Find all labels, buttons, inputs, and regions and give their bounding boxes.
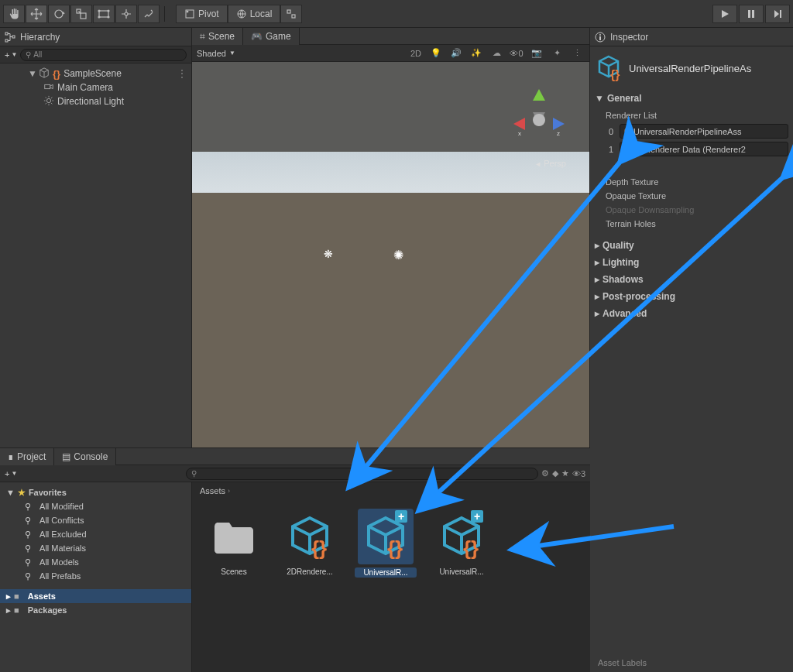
fx-toggle[interactable]: ✨ xyxy=(469,48,484,58)
hierarchy-item-label: Main Camera xyxy=(57,82,113,93)
camera-icon xyxy=(43,81,54,94)
transform-tool-button[interactable] xyxy=(115,5,137,23)
svg-rect-14 xyxy=(748,10,750,18)
section-general[interactable]: ▼General xyxy=(595,90,788,107)
favorite-item[interactable]: ⚲ All Models xyxy=(0,555,191,569)
gizmos-dropdown[interactable]: ✦ xyxy=(549,48,565,58)
light-icon xyxy=(43,95,54,108)
svg-rect-16 xyxy=(780,10,781,18)
renderer-list-item[interactable]: 0 ⚙UniversalRenderPipelineAss xyxy=(606,122,788,140)
hierarchy-item[interactable]: Main Camera xyxy=(0,81,191,94)
asset-label: 2DRendere... xyxy=(279,567,341,576)
hidden-count[interactable]: 👁0 xyxy=(509,49,524,58)
persp-label[interactable]: ◄ Persp xyxy=(534,159,566,168)
depth-texture-label[interactable]: Depth Texture xyxy=(606,175,788,189)
mode-2d-toggle[interactable]: 2D xyxy=(408,49,424,58)
console-tab[interactable]: ▤Console xyxy=(54,448,116,465)
renderer-index: 1 xyxy=(606,145,616,154)
svg-point-7 xyxy=(108,16,109,18)
snap-button[interactable] xyxy=(280,5,302,23)
project-toolbar: +▼ ⚲ ⚙ ◆ ★ 👁3 xyxy=(0,465,590,482)
favorite-item[interactable]: ⚲ All Conflicts xyxy=(0,513,191,527)
svg-text:z: z xyxy=(557,130,560,137)
section-lighting[interactable]: ▸Lighting xyxy=(595,254,788,271)
scene-gizmo[interactable]: x z xyxy=(504,85,574,155)
svg-point-26 xyxy=(533,114,545,126)
assets-root[interactable]: ▸■ Assets xyxy=(0,589,191,603)
console-icon: ▤ xyxy=(62,451,70,462)
folder-icon: ■ xyxy=(14,605,19,615)
rotate-tool-button[interactable] xyxy=(48,5,70,23)
lighting-toggle[interactable]: 💡 xyxy=(428,48,444,58)
favorite-item[interactable]: ⚲ All Modified xyxy=(0,499,191,513)
game-tab[interactable]: 🎮Game xyxy=(243,28,300,45)
pivot-button[interactable]: Pivot xyxy=(176,5,228,23)
search-icon: ⚲ xyxy=(25,502,31,512)
svg-point-6 xyxy=(98,16,100,18)
rect-tool-button[interactable] xyxy=(93,5,115,23)
favorite-item[interactable]: ⚲ All Excluded xyxy=(0,527,191,541)
favorite-item[interactable]: ⚲ All Materials xyxy=(0,541,191,555)
object-ref-icon: ⚙ xyxy=(623,126,631,136)
scale-tool-button[interactable] xyxy=(70,5,92,23)
section-advanced[interactable]: ▸Advanced xyxy=(595,305,788,322)
asset-pipeline-asset[interactable]: {} + UniversalR... xyxy=(431,509,493,576)
asset-labels-heading: Asset Labels xyxy=(598,658,647,667)
svg-rect-3 xyxy=(99,11,108,17)
pivot-label: Pivot xyxy=(198,9,219,19)
foldout-icon: ▸ xyxy=(6,591,11,602)
breadcrumb[interactable]: Assets › xyxy=(192,482,590,499)
pivot-local-group: Pivot Local xyxy=(176,5,302,23)
hidden-packages[interactable]: 👁3 xyxy=(572,469,585,478)
star-icon: ★ xyxy=(18,488,26,498)
opaque-texture-label[interactable]: Opaque Texture xyxy=(606,189,788,203)
pause-button[interactable] xyxy=(739,5,764,23)
svg-marker-22 xyxy=(533,89,545,101)
section-post-processing[interactable]: ▸Post-processing xyxy=(595,288,788,305)
filter-by-type[interactable]: ⚙ xyxy=(541,468,549,478)
play-controls xyxy=(712,5,790,23)
skybox-toggle[interactable]: ☁ xyxy=(489,48,504,58)
transform-tools xyxy=(3,3,160,25)
assets-panel: Assets › Scenes {} 2DRendere... {} + xyxy=(192,482,590,672)
hierarchy-item-menu[interactable]: ⋮ xyxy=(177,68,187,79)
hierarchy-scene-row[interactable]: ▼ {} SampleScene ⋮ xyxy=(0,67,191,81)
search-icon: ⚲ xyxy=(26,50,31,59)
asset-pipeline-asset[interactable]: {} + UniversalR... xyxy=(355,509,417,578)
local-button[interactable]: Local xyxy=(228,5,281,23)
hand-tool-button[interactable] xyxy=(3,5,25,23)
favorites-header[interactable]: ▼★Favorites xyxy=(0,485,191,499)
plus-badge-icon: + xyxy=(395,510,407,523)
renderer-ref-name: UniversalRenderPipelineAss xyxy=(633,127,741,136)
scene-grid-icon: ⌗ xyxy=(200,31,205,42)
hierarchy-search[interactable]: ⚲ All xyxy=(20,49,187,61)
svg-marker-25 xyxy=(553,118,565,130)
packages-root[interactable]: ▸■ Packages xyxy=(0,603,191,617)
asset-renderer-data[interactable]: {} 2DRendere... xyxy=(279,509,341,576)
play-button[interactable] xyxy=(712,5,737,23)
section-shadows[interactable]: ▸Shadows xyxy=(595,271,788,288)
hierarchy-item[interactable]: Directional Light xyxy=(0,94,191,108)
save-search[interactable]: ★ xyxy=(561,468,569,478)
project-tab[interactable]: ∎Project xyxy=(0,448,54,465)
asset-label: UniversalR... xyxy=(355,567,417,578)
step-button[interactable] xyxy=(765,5,790,23)
scene-tab[interactable]: ⌗Scene xyxy=(192,28,243,45)
project-search[interactable]: ⚲ xyxy=(186,468,538,480)
section-quality[interactable]: ▸Quality xyxy=(595,237,788,254)
create-dropdown[interactable]: +▼ xyxy=(5,50,17,60)
audio-toggle[interactable]: 🔊 xyxy=(448,48,464,58)
asset-folder[interactable]: Scenes xyxy=(203,509,265,576)
move-tool-button[interactable] xyxy=(26,5,47,23)
filter-by-label[interactable]: ◆ xyxy=(552,468,558,478)
favorite-item[interactable]: ⚲ All Prefabs xyxy=(0,569,191,583)
create-dropdown[interactable]: +▼ xyxy=(5,469,17,478)
scene-view-menu[interactable]: ⋮ xyxy=(569,48,585,58)
shading-mode-dropdown[interactable]: Shaded▼ xyxy=(197,49,235,58)
terrain-holes-label[interactable]: Terrain Holes xyxy=(606,217,788,231)
camera-settings[interactable]: 📷 xyxy=(529,48,544,58)
custom-tool-button[interactable] xyxy=(138,5,160,23)
renderer-list-item[interactable]: 1 ⚙2DRenderer Data (Renderer2 xyxy=(606,140,788,158)
hierarchy-search-placeholder: All xyxy=(33,50,42,59)
folder-icon: ■ xyxy=(14,591,19,601)
